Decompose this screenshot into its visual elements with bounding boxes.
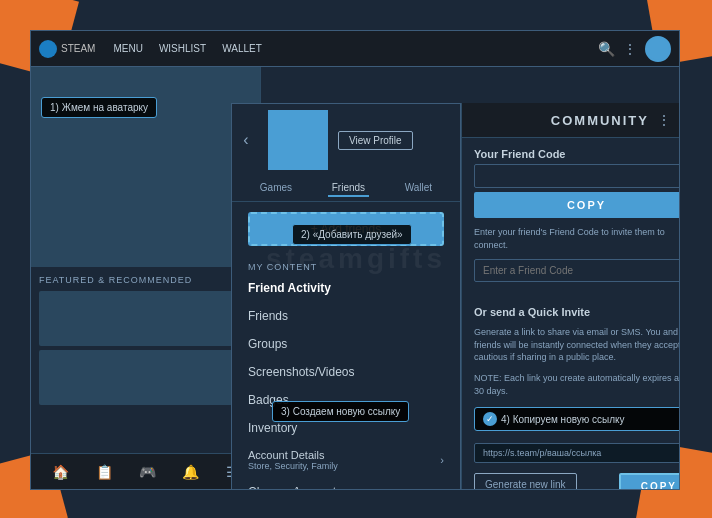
profile-area: View Profile: [260, 104, 421, 176]
bottom-nav-left: 🏠 📋 🎮 🔔 ☰: [31, 453, 260, 489]
header-avatar[interactable]: [645, 36, 671, 62]
left-panel: 1) Жмем на аватарку FEATURED & RECOMMEND…: [31, 67, 261, 489]
nav-icon-bell[interactable]: 🔔: [182, 464, 199, 480]
copy-link-button[interactable]: COPY: [619, 473, 679, 489]
menu-item-screenshots[interactable]: Screenshots/Videos: [232, 358, 460, 386]
copy-friend-code-button[interactable]: COPY: [474, 192, 679, 218]
nav-icon-home[interactable]: 🏠: [52, 464, 69, 480]
nav-wallet[interactable]: WALLET: [216, 41, 268, 56]
left-panel-banner: 1) Жмем на аватарку: [31, 67, 260, 267]
community-panel: COMMUNITY ⋮ Your Friend Code COPY Enter …: [461, 103, 679, 489]
community-title: COMMUNITY: [472, 113, 649, 128]
search-icon[interactable]: 🔍: [598, 41, 615, 57]
tab-wallet[interactable]: Wallet: [401, 180, 436, 197]
featured-section: FEATURED & RECOMMENDED: [31, 267, 260, 453]
note-text: NOTE: Each link you create automatically…: [474, 372, 679, 397]
account-details-item[interactable]: Account Details Store, Security, Family …: [232, 442, 460, 478]
tab-friends[interactable]: Friends: [328, 180, 369, 197]
menu-item-friend-activity[interactable]: Friend Activity: [232, 274, 460, 302]
nav-wishlist[interactable]: WISHLIST: [153, 41, 212, 56]
header-nav: MENU WISHLIST WALLET: [107, 41, 267, 56]
steam-logo: STEAM: [39, 40, 95, 58]
account-details-sub: Store, Security, Family: [248, 461, 338, 471]
featured-thumb-1: [39, 291, 252, 346]
tooltip-copy-link: ✓ 4) Копируем новую ссылку: [474, 407, 679, 431]
steam-logo-icon: [39, 40, 57, 58]
community-menu-icon[interactable]: ⋮: [657, 112, 671, 128]
tab-games[interactable]: Games: [256, 180, 296, 197]
menu-item-friends[interactable]: Friends: [232, 302, 460, 330]
invite-link-url: https://s.team/p/ваша/ссылка: [474, 443, 679, 463]
tooltip-create-link: 3) Создаем новую ссылку: [272, 401, 409, 422]
steam-window: STEAM MENU WISHLIST WALLET 🔍 ⋮ 1) Жмем н…: [30, 30, 680, 490]
featured-label: FEATURED & RECOMMENDED: [39, 275, 252, 285]
community-body: Your Friend Code COPY Enter your friend'…: [462, 138, 679, 489]
friend-code-desc: Enter your friend's Friend Code to invit…: [474, 226, 679, 251]
steam-header: STEAM MENU WISHLIST WALLET 🔍 ⋮: [31, 31, 679, 67]
change-account-item[interactable]: Change Account: [232, 478, 460, 489]
enter-friend-code-input[interactable]: [474, 259, 679, 282]
nav-menu[interactable]: MENU: [107, 41, 148, 56]
steam-content: 1) Жмем на аватарку FEATURED & RECOMMEND…: [31, 67, 679, 489]
tooltip4-text: 4) Копируем новую ссылку: [501, 414, 625, 425]
community-header: COMMUNITY ⋮: [462, 103, 679, 138]
steam-logo-text: STEAM: [61, 43, 95, 54]
friend-code-label: Your Friend Code: [474, 148, 679, 160]
account-details-label: Account Details: [248, 449, 338, 461]
nav-icon-list[interactable]: 📋: [96, 464, 113, 480]
menu-item-groups[interactable]: Groups: [232, 330, 460, 358]
profile-tabs: Games Friends Wallet: [232, 176, 460, 202]
tooltip-add-friends: 2) «Добавить друзей»: [292, 224, 412, 245]
quick-invite-label: Or send a Quick Invite: [474, 306, 679, 318]
my-content-label: MY CONTENT: [232, 256, 460, 274]
featured-thumbnails: [39, 291, 252, 405]
account-chevron-icon: ›: [440, 454, 444, 466]
friend-code-input[interactable]: [474, 164, 679, 188]
quick-invite-desc: Generate a link to share via email or SM…: [474, 326, 679, 364]
generate-link-button[interactable]: Generate new link: [474, 473, 577, 489]
middle-panel: ‹ View Profile 2) «Добавить друзей» Game…: [231, 103, 461, 489]
check-icon: ✓: [483, 412, 497, 426]
view-profile-button[interactable]: View Profile: [338, 131, 413, 150]
back-button[interactable]: ‹: [232, 126, 260, 154]
header-more-icon[interactable]: ⋮: [623, 41, 637, 57]
friend-code-section: Your Friend Code COPY: [474, 148, 679, 218]
profile-avatar[interactable]: [268, 110, 328, 170]
nav-icon-game[interactable]: 🎮: [139, 464, 156, 480]
tooltip-click-avatar: 1) Жмем на аватарку: [41, 97, 157, 118]
featured-thumb-2: [39, 350, 252, 405]
